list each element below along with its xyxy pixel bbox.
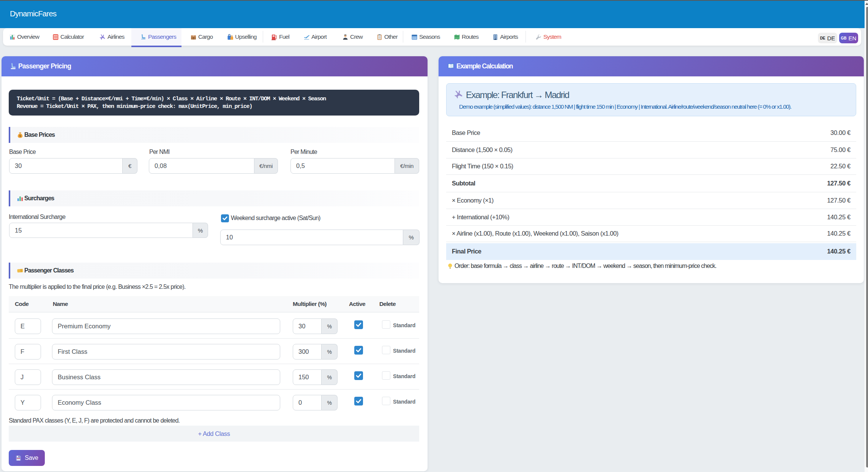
svg-text:$: $ xyxy=(19,134,21,138)
